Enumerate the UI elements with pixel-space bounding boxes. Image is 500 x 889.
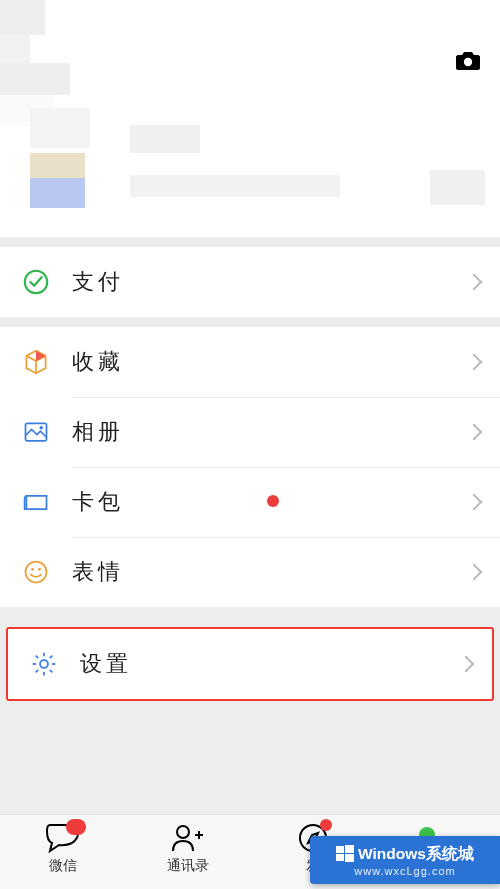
menu-item-settings[interactable]: 设置	[8, 629, 492, 699]
gear-icon	[28, 648, 60, 680]
menu-label: 收藏	[72, 347, 468, 377]
menu-group-misc: 收藏 相册 卡包	[0, 327, 500, 607]
watermark-overlay: Windows系统城 www.wxcLgg.com	[310, 836, 500, 884]
chevron-right-icon	[466, 354, 483, 371]
notification-dot	[267, 495, 279, 507]
album-icon	[20, 416, 52, 448]
chevron-right-icon	[466, 274, 483, 291]
menu-label: 相册	[72, 417, 468, 447]
censored-block	[0, 63, 70, 95]
svg-point-8	[177, 826, 189, 838]
svg-point-6	[38, 568, 41, 571]
chevron-right-icon	[466, 494, 483, 511]
censored-block	[130, 175, 340, 197]
svg-rect-11	[345, 845, 354, 853]
menu-group-settings-highlighted: 设置	[6, 627, 494, 701]
tab-label: 通讯录	[167, 857, 209, 875]
badge	[66, 819, 86, 835]
favorites-icon	[20, 346, 52, 378]
menu-label: 支付	[72, 267, 468, 297]
menu-item-pay[interactable]: 支付	[0, 247, 500, 317]
chat-icon	[44, 821, 82, 855]
menu-label: 卡包	[72, 487, 261, 517]
censored-block	[130, 125, 200, 153]
pay-icon	[20, 266, 52, 298]
avatar[interactable]	[30, 108, 110, 208]
tab-chats[interactable]: 微信	[0, 821, 125, 889]
censored-block	[430, 170, 485, 205]
svg-point-7	[40, 660, 48, 668]
chevron-right-icon	[466, 564, 483, 581]
svg-point-5	[31, 568, 34, 571]
svg-rect-12	[336, 854, 344, 861]
menu-item-favorites[interactable]: 收藏	[0, 327, 500, 397]
menu-item-cards[interactable]: 卡包	[0, 467, 500, 537]
svg-point-4	[26, 562, 47, 583]
svg-rect-13	[345, 854, 354, 862]
chevron-right-icon	[466, 424, 483, 441]
svg-point-0	[464, 58, 472, 66]
watermark-url: www.wxcLgg.com	[354, 865, 455, 877]
notification-dot	[320, 819, 332, 831]
profile-header	[0, 0, 500, 237]
chevron-right-icon	[458, 656, 475, 673]
svg-rect-10	[336, 846, 344, 853]
censored-block	[0, 0, 45, 35]
svg-point-3	[40, 426, 44, 430]
windows-logo-icon	[336, 845, 354, 863]
menu-group-pay: 支付	[0, 247, 500, 317]
menu-item-stickers[interactable]: 表情	[0, 537, 500, 607]
stickers-icon	[20, 556, 52, 588]
tab-label: 微信	[49, 857, 77, 875]
contacts-icon	[169, 821, 207, 855]
camera-icon[interactable]	[454, 50, 482, 72]
menu-label: 设置	[80, 649, 460, 679]
censored-block	[0, 35, 30, 63]
tab-contacts[interactable]: 通讯录	[125, 821, 250, 889]
menu-item-album[interactable]: 相册	[0, 397, 500, 467]
watermark-title: Windows系统城	[358, 844, 474, 865]
cards-icon	[20, 486, 52, 518]
menu-label: 表情	[72, 557, 468, 587]
